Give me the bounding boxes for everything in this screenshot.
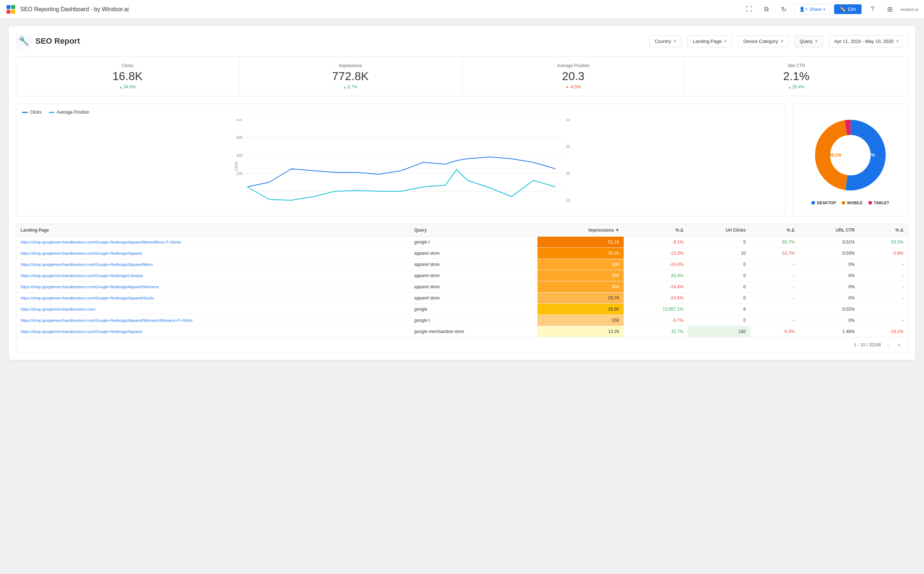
table-footer: 1 - 10 / 32248 ‹ › xyxy=(16,337,908,352)
cell-url-clicks: 192 xyxy=(687,326,750,337)
cell-impressions: 28.8K xyxy=(537,304,624,315)
line-chart-container: Clicks Average Position xyxy=(16,104,785,216)
cell-url: https://shop.googlemerchandisestore.com/… xyxy=(16,259,410,270)
cell-url-clicks-change: - xyxy=(750,281,799,293)
table-body: https://shop.googlemerchandisestore.com/… xyxy=(16,237,908,337)
cell-url-ctr-change: - xyxy=(859,315,908,326)
cell-url-clicks: 0 xyxy=(687,293,750,304)
edit-button[interactable]: ✏️ Edit xyxy=(834,4,862,14)
grid-button[interactable]: ⊞ xyxy=(883,3,896,16)
svg-text:800: 800 xyxy=(237,119,243,121)
cell-url-ctr-change: - xyxy=(859,281,908,293)
cell-url-ctr-change: - xyxy=(859,270,908,281)
kpi-clicks: Clicks 16.8K 34.8% xyxy=(16,57,239,96)
mobile-label: 45.1% xyxy=(829,153,842,158)
kpi-clicks-change: 34.8% xyxy=(25,84,230,90)
table-row: https://shop.googlemerchandisestore.com/… xyxy=(16,315,908,326)
edit-icon: ✏️ xyxy=(840,6,846,12)
svg-rect-1 xyxy=(11,5,15,9)
kpi-avg-position-label: Average Position xyxy=(471,63,676,68)
country-chevron-icon: ▾ xyxy=(674,39,676,44)
cell-query: apparel store xyxy=(410,248,537,259)
landing-page-filter[interactable]: Landing Page ▾ xyxy=(687,35,732,47)
kpi-impressions-value: 772.8K xyxy=(248,69,453,83)
arrow-down-icon xyxy=(565,84,570,90)
cell-impressions-change: -24.6% xyxy=(624,293,687,304)
svg-text:15: 15 xyxy=(566,199,570,203)
clicks-legend-color xyxy=(22,112,28,113)
country-filter[interactable]: Country ▾ xyxy=(649,35,682,47)
refresh-button[interactable]: ↻ xyxy=(777,3,790,16)
fullscreen-button[interactable]: ⛶ xyxy=(742,3,755,16)
cell-url-clicks-change: -16.7% xyxy=(750,248,799,259)
date-range-picker[interactable]: Apr 11, 2020 - May 10, 2020 ▾ xyxy=(829,35,908,47)
col-url-clicks-change: % Δ xyxy=(750,224,799,237)
cell-url-clicks-change: - xyxy=(750,315,799,326)
cell-url-clicks: 0 xyxy=(687,259,750,270)
table-row: https://shop.googlemerchandisestore.com/… xyxy=(16,270,908,281)
cell-impressions: 30K xyxy=(537,259,624,270)
report-logo: 🔧 SEO Report xyxy=(16,33,80,49)
table-row: https://shop.googlemerchandisestore.com/… xyxy=(16,248,908,259)
kpi-row: Clicks 16.8K 34.8% Impressions 772.8K 8.… xyxy=(16,56,908,96)
app-logo xyxy=(6,4,16,14)
donut-chart-container: 45.1% 52.2% DESKTOP MOBILE TABLET xyxy=(793,104,908,216)
line-chart-svg: 800 600 400 200 30 25 20 15 xyxy=(22,119,779,209)
cell-url: https://shop.googlemerchandisestore.com/… xyxy=(16,270,410,281)
cell-query: apparel store xyxy=(410,270,537,281)
svg-text:400: 400 xyxy=(237,154,243,158)
cell-impressions: 30K xyxy=(537,270,624,281)
cell-url-ctr-change: -3.8% xyxy=(859,248,908,259)
col-url-ctr: URL CTR xyxy=(799,224,859,237)
table-header-row: Landing Page Query Impressions ▼ % Δ Url… xyxy=(16,224,908,237)
cell-url-ctr: 1.46% xyxy=(799,326,859,337)
date-chevron-icon: ▾ xyxy=(897,39,899,44)
svg-text:20: 20 xyxy=(566,172,570,176)
cell-impressions-change: -5.7% xyxy=(624,315,687,326)
kpi-site-ctr-label: Site CTR xyxy=(694,63,899,68)
cell-impressions-change: 83.4% xyxy=(624,270,687,281)
cell-impressions: 13.2K xyxy=(537,326,624,337)
copy-button[interactable]: ⧉ xyxy=(760,3,773,16)
cell-url-ctr: 0% xyxy=(799,281,859,293)
svg-text:Clicks: Clicks xyxy=(234,161,238,171)
device-category-filter[interactable]: Device Category ▾ xyxy=(738,35,788,47)
cell-url-clicks-change: 66.7% xyxy=(750,237,799,248)
cell-impressions-change: -9.1% xyxy=(624,237,687,248)
country-filter-label: Country xyxy=(655,39,671,44)
query-filter[interactable]: Query ▾ xyxy=(794,35,823,47)
cell-impressions-change: -13.3% xyxy=(624,248,687,259)
help-button[interactable]: ? xyxy=(866,3,879,16)
col-impressions[interactable]: Impressions ▼ xyxy=(537,224,624,237)
kpi-site-ctr: Site CTR 2.1% 20.4% xyxy=(685,57,908,96)
desktop-legend-label: DESKTOP xyxy=(817,200,836,205)
col-query: Query xyxy=(410,224,537,237)
tablet-legend-label: TABLET xyxy=(874,200,889,205)
cell-url: https://shop.googlemerchandisestore.com/ xyxy=(16,304,410,315)
landing-page-chevron-icon: ▾ xyxy=(724,39,727,44)
cell-impressions-change: 15.7% xyxy=(624,326,687,337)
table-row: https://shop.googlemerchandisestore.com/… xyxy=(16,281,908,293)
mobile-legend: MOBILE xyxy=(842,200,862,205)
next-page-button[interactable]: › xyxy=(896,341,902,349)
cell-url-clicks-change: - xyxy=(750,293,799,304)
chart-legend: Clicks Average Position xyxy=(22,110,779,115)
svg-rect-3 xyxy=(11,10,15,14)
prev-page-button[interactable]: ‹ xyxy=(885,341,891,349)
svg-rect-2 xyxy=(6,10,11,14)
cell-url-ctr-change: - xyxy=(859,293,908,304)
kpi-impressions-change: 8.7% xyxy=(248,84,453,90)
query-filter-label: Query xyxy=(800,39,812,44)
share-button[interactable]: 👤+ Share ▾ xyxy=(794,4,829,14)
table-row: https://shop.googlemerchandisestore.com/… xyxy=(16,326,908,337)
mobile-color xyxy=(842,201,845,205)
cell-url-ctr: 0.03% xyxy=(799,248,859,259)
device-category-filter-label: Device Category xyxy=(743,39,778,44)
cell-query: google t xyxy=(410,237,537,248)
cell-impressions: 38.2K xyxy=(537,248,624,259)
arrow-up-icon xyxy=(788,84,792,90)
cell-url-clicks: 0 xyxy=(687,315,750,326)
svg-text:600: 600 xyxy=(237,136,243,140)
svg-text:25: 25 xyxy=(566,145,570,149)
kpi-impressions-label: Impressions xyxy=(248,63,453,68)
